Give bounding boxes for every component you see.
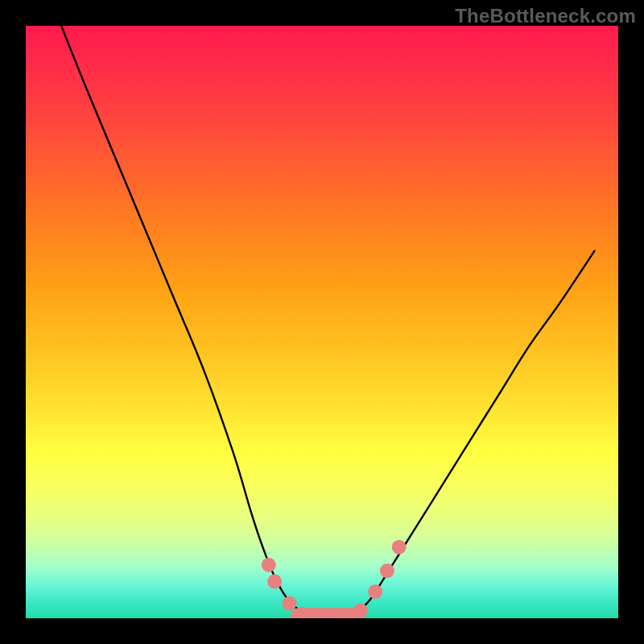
bottleneck-curve <box>61 26 594 616</box>
marker-dot <box>368 584 382 599</box>
plot-area <box>26 26 618 618</box>
marker-dot <box>353 603 368 617</box>
chart-frame: TheBottleneck.com <box>0 0 644 644</box>
chart-svg <box>26 26 618 618</box>
marker-dot <box>262 558 276 572</box>
marker-dot <box>392 540 407 555</box>
watermark-text: TheBottleneck.com <box>455 5 636 27</box>
marker-dot <box>283 597 297 611</box>
marker-dot <box>380 564 394 578</box>
marker-dot <box>267 574 282 588</box>
